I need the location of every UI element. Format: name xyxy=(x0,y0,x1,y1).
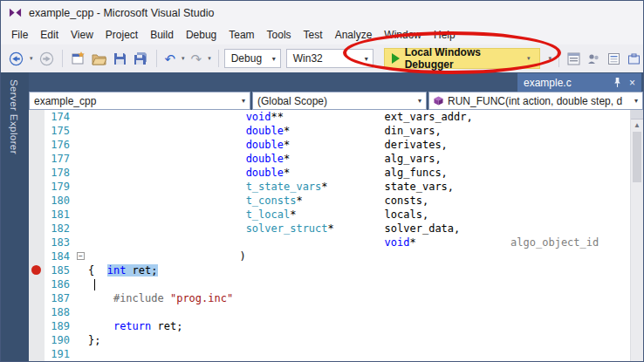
fold-margin[interactable] xyxy=(76,347,88,361)
code-text[interactable]: #include "prog.inc" xyxy=(88,291,233,305)
undo-icon[interactable]: ↶ xyxy=(162,49,179,68)
fold-margin[interactable] xyxy=(76,277,88,291)
fold-margin[interactable] xyxy=(76,333,88,347)
debug-target-dropdown-caret[interactable]: ▾ xyxy=(547,55,554,62)
code-editor[interactable]: 174 void** ext_vars_addr,175 double* din… xyxy=(29,110,643,361)
code-text[interactable]: t_state_vars* state_vars, xyxy=(88,180,454,194)
fold-margin[interactable] xyxy=(76,166,88,180)
fold-margin[interactable] xyxy=(76,152,88,166)
server-explorer-side-tab[interactable]: Server Explorer xyxy=(1,72,29,361)
open-file-icon[interactable] xyxy=(89,49,109,68)
code-text[interactable]: t_consts* consts, xyxy=(88,194,428,208)
code-text[interactable] xyxy=(88,277,95,291)
menu-help[interactable]: Help xyxy=(428,26,462,44)
menu-edit[interactable]: Edit xyxy=(34,26,65,44)
breakpoint-margin[interactable] xyxy=(29,305,45,319)
fold-margin[interactable]: − xyxy=(76,249,88,263)
code-text[interactable]: void* algo_object_id xyxy=(88,236,599,249)
window-title: example_cpp - Microsoft Visual Studio xyxy=(29,7,214,19)
menu-analyze[interactable]: Analyze xyxy=(329,26,379,44)
save-icon[interactable] xyxy=(111,49,129,68)
breakpoint-margin[interactable] xyxy=(29,236,45,249)
splitter-handle[interactable] xyxy=(631,110,643,120)
breakpoint-margin[interactable] xyxy=(29,152,45,166)
menu-window[interactable]: Window xyxy=(378,26,428,44)
fold-margin[interactable] xyxy=(76,222,88,236)
solution-explorer-icon[interactable] xyxy=(565,49,583,68)
scope-dropdown[interactable]: (Global Scope) ▾ xyxy=(252,92,427,110)
save-all-icon[interactable] xyxy=(131,49,151,68)
scrollbar-thumb[interactable] xyxy=(633,132,641,182)
breakpoint-margin[interactable] xyxy=(29,291,45,305)
menu-debug[interactable]: Debug xyxy=(180,26,223,44)
project-dropdown[interactable]: example_cpp ▾ xyxy=(29,92,250,110)
code-text[interactable]: double* derivates, xyxy=(88,138,448,152)
code-text[interactable]: void** ext_vars_addr, xyxy=(88,110,473,124)
code-text[interactable]: double* din_vars, xyxy=(88,124,442,138)
solution-platform-dropdown[interactable]: Win32 ▾ xyxy=(286,49,373,68)
solution-configuration-dropdown[interactable]: Debug ▾ xyxy=(224,49,281,68)
debugger-dropdown-caret[interactable]: ▾ xyxy=(525,55,532,62)
code-text[interactable]: return ret; xyxy=(88,319,182,333)
breakpoint-margin[interactable] xyxy=(29,277,45,291)
breakpoint-margin[interactable] xyxy=(29,110,45,124)
redo-icon[interactable]: ↷ xyxy=(188,49,205,68)
menu-project[interactable]: Project xyxy=(99,26,144,44)
breakpoint-margin[interactable] xyxy=(29,333,45,347)
code-text[interactable]: { int ret; xyxy=(88,263,158,277)
code-text[interactable]: }; xyxy=(88,333,100,347)
collapse-box-icon[interactable]: − xyxy=(77,252,85,260)
navigate-back-button[interactable] xyxy=(6,49,26,68)
code-text[interactable]: double* alg_vars, xyxy=(88,152,442,166)
breakpoint-margin[interactable] xyxy=(29,138,45,152)
fold-margin[interactable] xyxy=(76,305,88,319)
fold-margin[interactable] xyxy=(76,124,88,138)
code-text[interactable]: ) xyxy=(88,249,246,263)
navigate-forward-button[interactable] xyxy=(37,49,57,68)
menu-view[interactable]: View xyxy=(65,26,99,44)
local-windows-debugger-button[interactable]: Local Windows Debugger ▾ xyxy=(384,48,540,69)
breakpoint-margin[interactable] xyxy=(29,180,45,194)
editor-lines[interactable]: 174 void** ext_vars_addr,175 double* din… xyxy=(29,110,630,361)
fold-margin[interactable] xyxy=(76,319,88,333)
toolbox-icon[interactable] xyxy=(625,49,643,68)
menu-test[interactable]: Test xyxy=(298,26,329,44)
navigate-back-dropdown-caret[interactable]: ▾ xyxy=(28,55,35,62)
scroll-up-icon[interactable]: ▲ xyxy=(631,120,643,131)
fold-margin[interactable] xyxy=(76,236,88,249)
breakpoint-margin[interactable] xyxy=(29,347,45,361)
vertical-scrollbar[interactable]: ▲ xyxy=(630,110,643,361)
fold-margin[interactable] xyxy=(76,180,88,194)
close-icon[interactable]: × xyxy=(629,78,635,88)
undo-dropdown-caret[interactable]: ▾ xyxy=(180,55,187,62)
tab-example-c[interactable]: example.c × xyxy=(517,73,641,92)
breakpoint-margin[interactable] xyxy=(29,166,45,180)
code-text[interactable]: solver_struct* solver_data, xyxy=(88,222,460,236)
properties-window-icon[interactable] xyxy=(605,49,623,68)
fold-margin[interactable] xyxy=(76,110,88,124)
fold-margin[interactable] xyxy=(76,263,88,277)
code-text[interactable]: t_local* locals, xyxy=(88,208,428,222)
breakpoint-margin[interactable] xyxy=(29,222,45,236)
new-project-icon[interactable] xyxy=(68,49,87,68)
pin-icon[interactable] xyxy=(613,77,621,88)
breakpoint-margin[interactable] xyxy=(29,194,45,208)
fold-margin[interactable] xyxy=(76,291,88,305)
breakpoint-margin[interactable] xyxy=(29,319,45,333)
breakpoint-margin[interactable] xyxy=(29,124,45,138)
menu-tools[interactable]: Tools xyxy=(261,26,298,44)
breakpoint-margin[interactable] xyxy=(29,208,45,222)
breakpoint-margin[interactable] xyxy=(29,249,45,263)
menu-build[interactable]: Build xyxy=(144,26,180,44)
menu-team[interactable]: Team xyxy=(223,26,260,44)
fold-margin[interactable] xyxy=(76,194,88,208)
code-text[interactable]: double* alg_funcs, xyxy=(88,166,448,180)
fold-margin[interactable] xyxy=(76,138,88,152)
member-dropdown[interactable]: RUN_FUNC(int action, double step, d ▾ xyxy=(428,92,643,110)
breakpoint-dot[interactable] xyxy=(31,265,41,275)
team-explorer-icon[interactable] xyxy=(585,49,603,68)
menu-file[interactable]: File xyxy=(5,26,34,44)
fold-margin[interactable] xyxy=(76,208,88,222)
redo-dropdown-caret[interactable]: ▾ xyxy=(206,55,213,62)
breakpoint-margin[interactable] xyxy=(29,263,45,277)
